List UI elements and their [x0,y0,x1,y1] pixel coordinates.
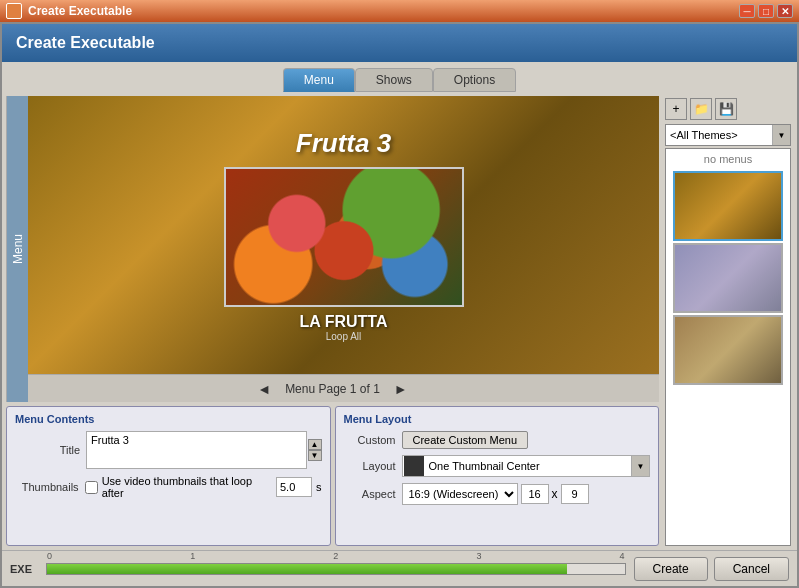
title-bar: Create Executable ─ □ ✕ [0,0,799,22]
dimension-inputs: 16:9 (Widescreen) 4:3 (Standard) x [402,483,589,505]
create-btn[interactable]: Create [634,557,708,581]
maximize-btn[interactable]: □ [758,4,774,18]
theme-select-arrow[interactable]: ▼ [772,125,790,145]
theme-select-text: <All Themes> [666,129,772,141]
theme-select[interactable]: <All Themes> ▼ [665,124,791,146]
minimize-btn[interactable]: ─ [739,4,755,18]
tick-0: 0 [47,551,52,561]
prev-page-btn[interactable]: ◄ [253,381,275,397]
left-panel: Menu Frutta 3 LA FRUTTA Loop All ◄ Menu … [6,96,659,546]
title-input[interactable] [86,431,307,469]
fruit-image-inner [226,169,462,305]
title-field-label: Title [15,444,80,456]
thumbnails-checkbox-row: Use video thumbnails that loop after s [85,475,322,499]
title-bar-text: Create Executable [28,4,132,18]
theme-thumb-2[interactable] [673,243,783,313]
title-scroll-down[interactable]: ▼ [308,450,322,461]
tick-2: 2 [333,551,338,561]
cancel-btn[interactable]: Cancel [714,557,789,581]
layout-row: Layout One Thumbnail Center ▼ [344,455,651,477]
fruit-thumbnail [224,167,464,307]
right-toolbar: + 📁 💾 [663,96,793,122]
aspect-label: Aspect [344,488,396,500]
width-input[interactable] [521,484,549,504]
album-label: LA FRUTTA [300,313,388,331]
custom-label: Custom [344,434,396,446]
loop-unit: s [316,481,322,493]
window-title: Create Executable [16,34,155,52]
exe-label: EXE [10,563,38,575]
tick-1: 1 [190,551,195,561]
add-theme-btn[interactable]: + [665,98,687,120]
menu-contents-panel: Menu Contents Title ▲ ▼ Thumbnails [6,406,331,546]
bottom-panels: Menu Contents Title ▲ ▼ Thumbnails [6,406,659,546]
title-input-wrapper: ▲ ▼ [86,431,322,469]
progress-fill [47,564,567,574]
menu-contents-title: Menu Contents [15,413,322,425]
menu-layout-title: Menu Layout [344,413,651,425]
folder-btn[interactable]: 📁 [690,98,712,120]
layout-label: Layout [344,460,396,472]
preview-controls: ◄ Menu Page 1 of 1 ► [6,374,659,402]
menu-layout-panel: Menu Layout Custom Create Custom Menu La… [335,406,660,546]
title-scroll-arrows: ▲ ▼ [308,439,322,461]
main-content: Menu Frutta 3 LA FRUTTA Loop All ◄ Menu … [2,92,797,550]
tick-labels: 0 1 2 3 4 [47,551,625,561]
app-icon [6,3,22,19]
title-scroll-up[interactable]: ▲ [308,439,322,450]
page-info: Menu Page 1 of 1 [285,382,380,396]
window-header: Create Executable [2,24,797,62]
height-input[interactable] [561,484,589,504]
no-menus-label: no menus [704,153,752,165]
theme-thumb-1[interactable] [673,171,783,241]
loop-label: Loop All [326,331,362,342]
title-row: Title ▲ ▼ [15,431,322,469]
layout-icon [404,456,424,476]
tab-shows[interactable]: Shows [355,68,433,92]
preview-area: Menu Frutta 3 LA FRUTTA Loop All ◄ Menu … [6,96,659,402]
aspect-select[interactable]: 16:9 (Widescreen) 4:3 (Standard) [402,483,518,505]
preview-show-title: Frutta 3 [296,128,391,159]
right-panel: + 📁 💾 <All Themes> ▼ no menus [663,96,793,546]
main-window: Create Executable Menu Shows Options Men… [0,22,799,588]
layout-select-text: One Thumbnail Center [425,460,632,472]
layout-select[interactable]: One Thumbnail Center ▼ [402,455,651,477]
tab-options[interactable]: Options [433,68,516,92]
action-buttons: Create Cancel [634,557,789,581]
loop-label-text: Use video thumbnails that loop after [102,475,272,499]
menu-vertical-label: Menu [6,96,28,402]
footer-bar: EXE 0 1 2 3 4 Create Cancel [2,550,797,586]
create-custom-btn[interactable]: Create Custom Menu [402,431,529,449]
next-page-btn[interactable]: ► [390,381,412,397]
theme-thumb-3[interactable] [673,315,783,385]
progress-bar: 0 1 2 3 4 [46,563,626,575]
save-btn[interactable]: 💾 [715,98,737,120]
themes-list: no menus [665,148,791,546]
loop-value-input[interactable] [276,477,312,497]
tick-3: 3 [476,551,481,561]
layout-select-arrow[interactable]: ▼ [631,456,649,476]
preview-canvas: Frutta 3 LA FRUTTA Loop All [28,96,659,374]
tick-4: 4 [620,551,625,561]
thumbnails-label: Thumbnails [15,481,79,493]
x-separator: x [552,487,558,501]
close-btn[interactable]: ✕ [777,4,793,18]
aspect-row: Aspect 16:9 (Widescreen) 4:3 (Standard) … [344,483,651,505]
custom-row: Custom Create Custom Menu [344,431,651,449]
thumbnails-row: Thumbnails Use video thumbnails that loo… [15,475,322,499]
tabs-bar: Menu Shows Options [2,62,797,92]
loop-checkbox[interactable] [85,481,98,494]
tab-menu[interactable]: Menu [283,68,355,92]
